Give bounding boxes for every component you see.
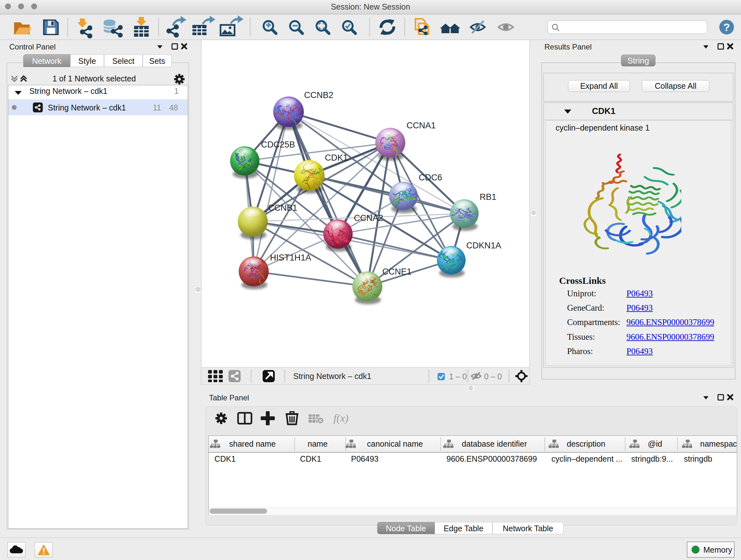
- svg-text:CCNB2: CCNB2: [304, 90, 333, 100]
- svg-text:CDC25B: CDC25B: [261, 140, 295, 149]
- svg-text:CDK1: CDK1: [325, 153, 348, 163]
- svg-text:CCNB1: CCNB1: [268, 203, 297, 212]
- svg-text:f(x): f(x): [333, 412, 348, 424]
- svg-text:namespace: namespace: [700, 439, 737, 448]
- svg-text:description: description: [567, 439, 605, 448]
- svg-text:1 – 0: 1 – 0: [449, 372, 467, 381]
- svg-text:CCNE1: CCNE1: [382, 267, 412, 276]
- svg-text:0 – 0: 0 – 0: [484, 372, 502, 381]
- svg-text:CDKN1A: CDKN1A: [466, 241, 501, 250]
- svg-text:shared name: shared name: [229, 439, 276, 448]
- svg-text:CCNA2: CCNA2: [354, 213, 383, 223]
- svg-text:CCNA1: CCNA1: [407, 121, 436, 130]
- svg-text:canonical name: canonical name: [367, 439, 423, 448]
- svg-text:String Network – cdk1: String Network – cdk1: [293, 372, 372, 381]
- svg-text:name: name: [308, 439, 328, 448]
- svg-text:RB1: RB1: [480, 192, 496, 202]
- svg-text:@id: @id: [648, 439, 662, 448]
- svg-text:database identifier: database identifier: [462, 439, 527, 448]
- svg-text:HIST1H1A: HIST1H1A: [270, 253, 311, 262]
- svg-text:CDC6: CDC6: [419, 173, 442, 182]
